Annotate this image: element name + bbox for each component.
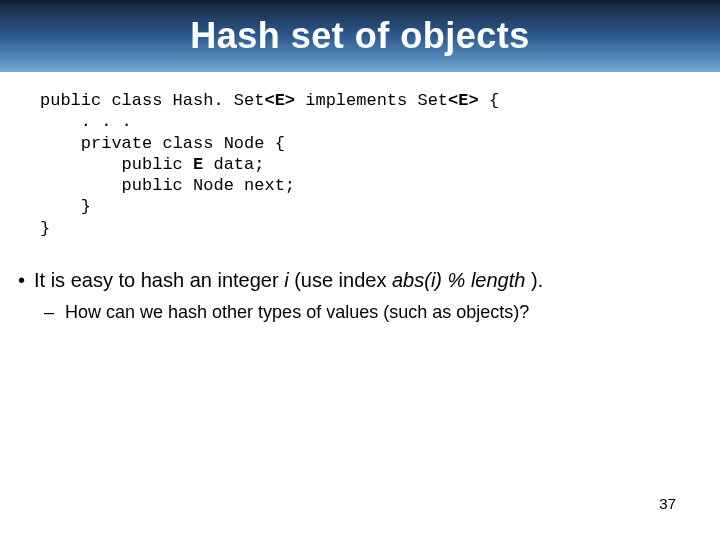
code-line-5: public Node next; <box>40 176 295 195</box>
sub-bullet-line: – How can we hash other types of values … <box>44 300 706 324</box>
bullet-text-c: (use index <box>294 269 392 291</box>
code-block: public class Hash. Set<E> implements Set… <box>40 90 720 239</box>
bullet-text-b: i <box>284 269 294 291</box>
bullet-text-e: ). <box>531 269 543 291</box>
code-line-4b: E <box>193 155 203 174</box>
code-line-4a: public <box>40 155 193 174</box>
bullet-text-d: abs(i) % length <box>392 269 531 291</box>
page-number: 37 <box>659 495 676 512</box>
slide-title: Hash set of objects <box>190 15 530 57</box>
code-line-1b: <E> <box>264 91 295 110</box>
code-line-3: private class Node { <box>40 134 285 153</box>
code-line-4c: data; <box>203 155 264 174</box>
sub-text: How can we hash other types of values (s… <box>60 302 529 322</box>
code-line-7: } <box>40 219 50 238</box>
code-line-1d: <E> <box>448 91 479 110</box>
bullet-text-a: It is easy to hash an integer <box>34 269 284 291</box>
code-line-2: . . . <box>40 112 132 131</box>
code-line-1e: { <box>479 91 499 110</box>
dash-mark: – <box>44 300 60 324</box>
bullet-line: •It is easy to hash an integer i (use in… <box>18 267 706 294</box>
code-line-1a: public class Hash. Set <box>40 91 264 110</box>
content-area: •It is easy to hash an integer i (use in… <box>18 267 706 324</box>
title-bar: Hash set of objects <box>0 0 720 72</box>
code-line-6: } <box>40 197 91 216</box>
code-line-1c: implements Set <box>295 91 448 110</box>
bullet-mark: • <box>18 267 34 294</box>
